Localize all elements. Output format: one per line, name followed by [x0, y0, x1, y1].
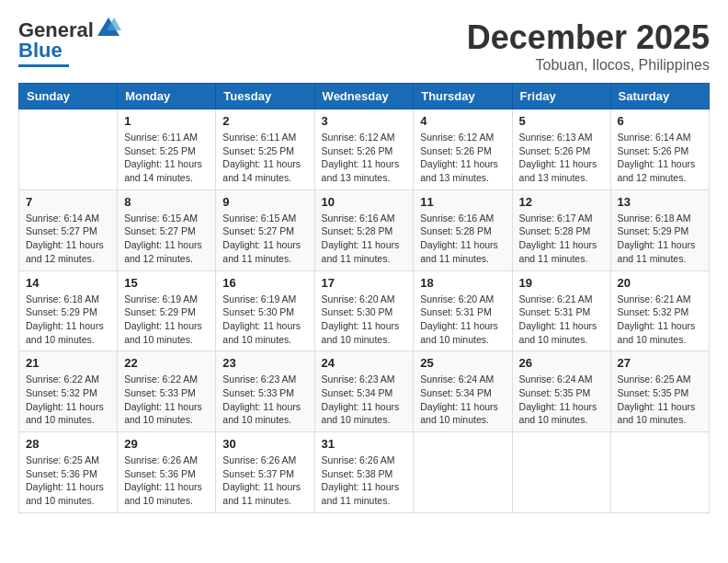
- calendar-cell: 25Sunrise: 6:24 AM Sunset: 5:34 PM Dayli…: [414, 351, 512, 432]
- day-number: 18: [420, 276, 505, 290]
- weekday-header-tuesday: Tuesday: [216, 84, 314, 109]
- location-title: Tobuan, Ilocos, Philippines: [467, 57, 710, 74]
- calendar-cell: 10Sunrise: 6:16 AM Sunset: 5:28 PM Dayli…: [314, 190, 414, 270]
- weekday-header-monday: Monday: [118, 84, 216, 109]
- logo: General Blue: [18, 18, 121, 67]
- calendar-cell: 22Sunrise: 6:22 AM Sunset: 5:33 PM Dayli…: [118, 351, 216, 432]
- day-info: Sunrise: 6:21 AM Sunset: 5:31 PM Dayligh…: [519, 293, 604, 347]
- calendar-week-row: 21Sunrise: 6:22 AM Sunset: 5:32 PM Dayli…: [19, 351, 710, 432]
- calendar-cell: 8Sunrise: 6:15 AM Sunset: 5:27 PM Daylig…: [118, 190, 216, 270]
- calendar-cell: [512, 432, 610, 513]
- calendar-cell: 15Sunrise: 6:19 AM Sunset: 5:29 PM Dayli…: [118, 270, 216, 351]
- calendar-cell: 3Sunrise: 6:12 AM Sunset: 5:26 PM Daylig…: [314, 109, 414, 190]
- day-info: Sunrise: 6:19 AM Sunset: 5:29 PM Dayligh…: [124, 293, 209, 347]
- day-number: 27: [618, 356, 702, 370]
- weekday-header-sunday: Sunday: [19, 84, 118, 109]
- calendar-cell: 6Sunrise: 6:14 AM Sunset: 5:26 PM Daylig…: [610, 109, 709, 190]
- calendar-week-row: 28Sunrise: 6:25 AM Sunset: 5:36 PM Dayli…: [19, 432, 710, 513]
- day-info: Sunrise: 6:26 AM Sunset: 5:38 PM Dayligh…: [322, 454, 407, 508]
- day-number: 7: [26, 195, 110, 209]
- day-info: Sunrise: 6:14 AM Sunset: 5:26 PM Dayligh…: [618, 131, 702, 185]
- calendar-cell: 21Sunrise: 6:22 AM Sunset: 5:32 PM Dayli…: [19, 351, 118, 432]
- page-header: General Blue December 2025 Tobuan, Iloco…: [18, 18, 710, 74]
- day-info: Sunrise: 6:12 AM Sunset: 5:26 PM Dayligh…: [322, 131, 407, 185]
- day-number: 1: [124, 114, 209, 128]
- day-number: 20: [618, 276, 702, 290]
- calendar-cell: [19, 109, 118, 190]
- day-info: Sunrise: 6:11 AM Sunset: 5:25 PM Dayligh…: [222, 131, 307, 185]
- day-number: 26: [519, 356, 604, 370]
- day-info: Sunrise: 6:22 AM Sunset: 5:33 PM Dayligh…: [124, 373, 209, 427]
- day-info: Sunrise: 6:14 AM Sunset: 5:27 PM Dayligh…: [26, 212, 110, 266]
- day-info: Sunrise: 6:20 AM Sunset: 5:30 PM Dayligh…: [322, 293, 407, 347]
- day-number: 10: [322, 195, 407, 209]
- weekday-header-saturday: Saturday: [610, 84, 709, 109]
- logo-icon: [96, 16, 121, 41]
- day-info: Sunrise: 6:23 AM Sunset: 5:33 PM Dayligh…: [222, 373, 307, 427]
- calendar-cell: 14Sunrise: 6:18 AM Sunset: 5:29 PM Dayli…: [19, 270, 118, 351]
- calendar-cell: 16Sunrise: 6:19 AM Sunset: 5:30 PM Dayli…: [216, 270, 314, 351]
- calendar-week-row: 1Sunrise: 6:11 AM Sunset: 5:25 PM Daylig…: [19, 109, 710, 190]
- day-number: 23: [222, 356, 307, 370]
- title-section: December 2025 Tobuan, Ilocos, Philippine…: [467, 18, 710, 74]
- day-info: Sunrise: 6:15 AM Sunset: 5:27 PM Dayligh…: [124, 212, 209, 266]
- day-number: 30: [222, 437, 307, 451]
- calendar-cell: 5Sunrise: 6:13 AM Sunset: 5:26 PM Daylig…: [512, 109, 610, 190]
- calendar-table: SundayMondayTuesdayWednesdayThursdayFrid…: [18, 83, 710, 513]
- calendar-cell: [414, 432, 512, 513]
- day-info: Sunrise: 6:16 AM Sunset: 5:28 PM Dayligh…: [420, 212, 505, 266]
- day-number: 2: [222, 114, 307, 128]
- day-number: 24: [322, 356, 407, 370]
- weekday-header-friday: Friday: [512, 84, 610, 109]
- day-number: 25: [420, 356, 505, 370]
- logo-text-blue: Blue: [18, 39, 63, 63]
- day-info: Sunrise: 6:19 AM Sunset: 5:30 PM Dayligh…: [222, 293, 307, 347]
- day-info: Sunrise: 6:21 AM Sunset: 5:32 PM Dayligh…: [618, 293, 702, 347]
- calendar-cell: 23Sunrise: 6:23 AM Sunset: 5:33 PM Dayli…: [216, 351, 314, 432]
- calendar-week-row: 14Sunrise: 6:18 AM Sunset: 5:29 PM Dayli…: [19, 270, 710, 351]
- calendar-cell: 11Sunrise: 6:16 AM Sunset: 5:28 PM Dayli…: [414, 190, 512, 270]
- day-info: Sunrise: 6:26 AM Sunset: 5:37 PM Dayligh…: [222, 454, 307, 508]
- weekday-header-wednesday: Wednesday: [314, 84, 414, 109]
- calendar-cell: 24Sunrise: 6:23 AM Sunset: 5:34 PM Dayli…: [314, 351, 414, 432]
- calendar-cell: 7Sunrise: 6:14 AM Sunset: 5:27 PM Daylig…: [19, 190, 118, 270]
- day-info: Sunrise: 6:24 AM Sunset: 5:34 PM Dayligh…: [420, 373, 505, 427]
- calendar-cell: 28Sunrise: 6:25 AM Sunset: 5:36 PM Dayli…: [19, 432, 118, 513]
- day-number: 17: [322, 276, 407, 290]
- day-info: Sunrise: 6:24 AM Sunset: 5:35 PM Dayligh…: [519, 373, 604, 427]
- day-info: Sunrise: 6:18 AM Sunset: 5:29 PM Dayligh…: [26, 293, 110, 347]
- calendar-cell: 2Sunrise: 6:11 AM Sunset: 5:25 PM Daylig…: [216, 109, 314, 190]
- day-number: 29: [124, 437, 209, 451]
- day-number: 3: [322, 114, 407, 128]
- calendar-cell: 13Sunrise: 6:18 AM Sunset: 5:29 PM Dayli…: [610, 190, 709, 270]
- day-number: 15: [124, 276, 209, 290]
- day-info: Sunrise: 6:17 AM Sunset: 5:28 PM Dayligh…: [519, 212, 604, 266]
- day-number: 9: [222, 195, 307, 209]
- calendar-cell: 29Sunrise: 6:26 AM Sunset: 5:36 PM Dayli…: [118, 432, 216, 513]
- day-number: 8: [124, 195, 209, 209]
- day-info: Sunrise: 6:22 AM Sunset: 5:32 PM Dayligh…: [26, 373, 110, 427]
- calendar-cell: 26Sunrise: 6:24 AM Sunset: 5:35 PM Dayli…: [512, 351, 610, 432]
- day-number: 14: [26, 276, 110, 290]
- calendar-cell: 1Sunrise: 6:11 AM Sunset: 5:25 PM Daylig…: [118, 109, 216, 190]
- month-title: December 2025: [467, 18, 710, 57]
- day-info: Sunrise: 6:11 AM Sunset: 5:25 PM Dayligh…: [124, 131, 209, 185]
- calendar-cell: 12Sunrise: 6:17 AM Sunset: 5:28 PM Dayli…: [512, 190, 610, 270]
- day-number: 13: [618, 195, 702, 209]
- calendar-cell: 19Sunrise: 6:21 AM Sunset: 5:31 PM Dayli…: [512, 270, 610, 351]
- day-info: Sunrise: 6:13 AM Sunset: 5:26 PM Dayligh…: [519, 131, 604, 185]
- day-number: 11: [420, 195, 505, 209]
- day-number: 6: [618, 114, 702, 128]
- calendar-cell: 9Sunrise: 6:15 AM Sunset: 5:27 PM Daylig…: [216, 190, 314, 270]
- weekday-header-thursday: Thursday: [414, 84, 512, 109]
- day-number: 4: [420, 114, 505, 128]
- calendar-cell: 31Sunrise: 6:26 AM Sunset: 5:38 PM Dayli…: [314, 432, 414, 513]
- calendar-cell: [610, 432, 709, 513]
- calendar-cell: 27Sunrise: 6:25 AM Sunset: 5:35 PM Dayli…: [610, 351, 709, 432]
- day-info: Sunrise: 6:26 AM Sunset: 5:36 PM Dayligh…: [124, 454, 209, 508]
- calendar-cell: 30Sunrise: 6:26 AM Sunset: 5:37 PM Dayli…: [216, 432, 314, 513]
- day-number: 5: [519, 114, 604, 128]
- day-info: Sunrise: 6:23 AM Sunset: 5:34 PM Dayligh…: [322, 373, 407, 427]
- day-info: Sunrise: 6:12 AM Sunset: 5:26 PM Dayligh…: [420, 131, 505, 185]
- day-number: 19: [519, 276, 604, 290]
